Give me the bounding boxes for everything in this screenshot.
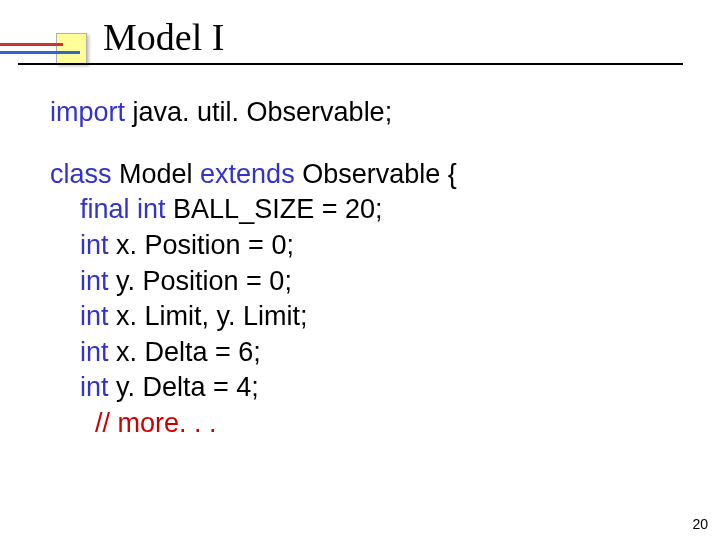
indent [50, 337, 80, 367]
slide-title: Model I [103, 15, 224, 59]
decor-red-bar [0, 43, 63, 46]
code-line: class Model extends Observable { [50, 157, 680, 193]
title-underline [18, 63, 683, 65]
decor-square-icon [56, 33, 87, 64]
code-text: x. Delta = 6; [109, 337, 261, 367]
indent [50, 266, 80, 296]
code-text: x. Position = 0; [109, 230, 294, 260]
code-line: import java. util. Observable; [50, 95, 680, 131]
title-decoration [0, 33, 100, 65]
keyword-int: int [80, 301, 109, 331]
code-line: // more. . . [50, 406, 680, 442]
keyword-int: int [80, 337, 109, 367]
keyword-int: int [80, 230, 109, 260]
keyword-class: class [50, 159, 112, 189]
indent [50, 372, 80, 402]
comment: // more. . . [95, 408, 217, 438]
slide: Model I import java. util. Observable; c… [0, 0, 720, 540]
code-line: final int BALL_SIZE = 20; [50, 192, 680, 228]
code-line: int y. Delta = 4; [50, 370, 680, 406]
keyword-final-int: final int [80, 194, 166, 224]
code-line: int y. Position = 0; [50, 264, 680, 300]
indent [50, 194, 80, 224]
code-line: int x. Position = 0; [50, 228, 680, 264]
code-text: x. Limit, y. Limit; [109, 301, 308, 331]
keyword-import: import [50, 97, 125, 127]
code-text: Observable { [295, 159, 457, 189]
keyword-int: int [80, 266, 109, 296]
keyword-int: int [80, 372, 109, 402]
code-block: import java. util. Observable; class Mod… [50, 95, 680, 442]
code-text: BALL_SIZE = 20; [166, 194, 383, 224]
indent [50, 230, 80, 260]
decor-blue-bar [0, 51, 80, 54]
indent [50, 408, 95, 438]
page-number: 20 [692, 516, 708, 532]
code-line: int x. Delta = 6; [50, 335, 680, 371]
blank-line [50, 131, 680, 157]
code-text: y. Position = 0; [109, 266, 292, 296]
code-text: Model [112, 159, 201, 189]
code-text: java. util. Observable; [125, 97, 392, 127]
code-line: int x. Limit, y. Limit; [50, 299, 680, 335]
keyword-extends: extends [200, 159, 295, 189]
indent [50, 301, 80, 331]
code-text: y. Delta = 4; [109, 372, 259, 402]
